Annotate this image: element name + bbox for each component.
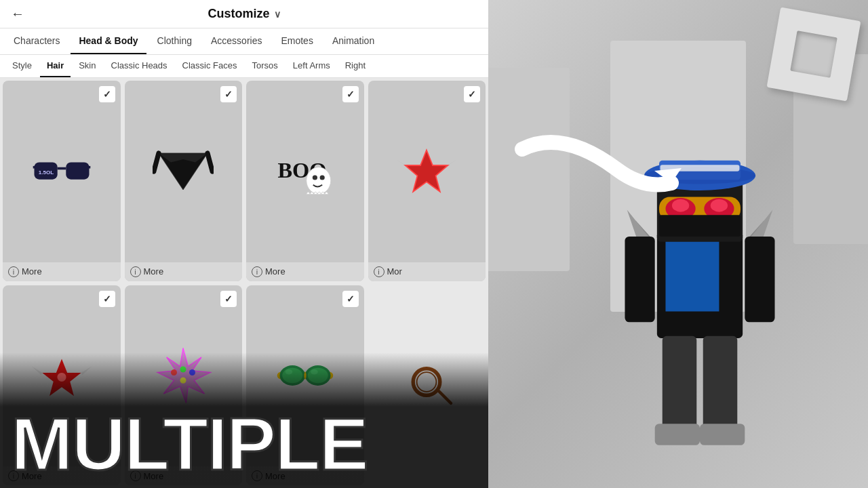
info-icon: i	[252, 266, 262, 277]
list-item[interactable]: ✓ i More	[125, 81, 243, 281]
item-more-bar[interactable]: i More	[246, 262, 364, 281]
customize-title: Customize ∨	[208, 7, 280, 21]
nav-tab-emotes[interactable]: Emotes	[273, 28, 321, 54]
bottom-text-area: MULTIPLE	[0, 352, 488, 488]
item-image: ✓	[368, 81, 486, 262]
svg-rect-55	[625, 237, 654, 322]
checkmark-icon: ✓	[220, 291, 237, 307]
info-icon: i	[374, 266, 384, 277]
nav-tab-animation[interactable]: Animation	[324, 28, 382, 54]
sub-tab-torsos[interactable]: Torsos	[245, 55, 285, 77]
nav-tabs: Characters Head & Body Clothing Accessor…	[0, 28, 488, 55]
checkmark-icon: ✓	[220, 86, 237, 102]
item-image: ✓	[125, 81, 243, 262]
more-label: More	[265, 266, 285, 277]
top-bar: ← Customize ∨	[0, 0, 488, 28]
sub-tab-classic-faces[interactable]: Classic Faces	[176, 55, 244, 77]
nav-tab-characters[interactable]: Characters	[5, 28, 68, 54]
more-label: More	[144, 266, 164, 277]
svg-rect-1	[66, 162, 89, 179]
svg-rect-56	[745, 237, 774, 322]
multiple-text: MULTIPLE	[11, 407, 368, 481]
sub-tab-left-arms[interactable]: Left Arms	[286, 55, 337, 77]
svg-point-49	[711, 199, 728, 212]
more-label: Mor	[387, 266, 402, 277]
info-icon: i	[130, 266, 141, 277]
svg-rect-3	[33, 166, 35, 169]
svg-line-8	[154, 153, 159, 171]
nav-tab-head-body[interactable]: Head & Body	[71, 28, 146, 54]
svg-point-11	[307, 167, 331, 194]
svg-marker-16	[396, 159, 408, 167]
svg-rect-4	[87, 166, 90, 169]
list-item[interactable]: ✓ BOO i More	[246, 81, 364, 281]
item-image: ✓ BOO	[246, 81, 364, 262]
sub-tab-skin[interactable]: Skin	[72, 55, 102, 77]
svg-marker-17	[445, 159, 457, 167]
sub-tab-right[interactable]: Right	[338, 55, 372, 77]
svg-rect-59	[655, 424, 700, 445]
more-label: More	[22, 266, 42, 277]
left-panel: ← Customize ∨ Characters Head & Body Clo…	[0, 0, 488, 488]
roblox-logo-inner	[790, 30, 837, 78]
checkmark-icon: ✓	[342, 291, 359, 307]
chevron-down-icon: ∨	[274, 9, 281, 20]
nav-tab-clothing[interactable]: Clothing	[149, 28, 200, 54]
item-more-bar[interactable]: i Mor	[368, 262, 486, 281]
checkmark-icon: ✓	[464, 86, 480, 102]
checkmark-icon: ✓	[342, 86, 359, 102]
checkmark-icon: ✓	[99, 291, 115, 307]
sub-tabs: Style Hair Skin Classic Heads Classic Fa…	[0, 55, 488, 78]
svg-rect-60	[700, 424, 745, 445]
svg-line-9	[208, 153, 212, 171]
list-item[interactable]: ✓ 1.5OL i More	[3, 81, 121, 281]
svg-point-13	[319, 175, 324, 180]
svg-rect-58	[703, 336, 738, 432]
sub-tab-style[interactable]: Style	[5, 55, 39, 77]
item-image: ✓ 1.5OL	[3, 81, 121, 262]
sub-tab-hair[interactable]: Hair	[40, 55, 71, 77]
right-panel	[488, 0, 868, 488]
bandana-image	[153, 141, 214, 202]
svg-rect-57	[663, 336, 697, 432]
sub-tab-classic-heads[interactable]: Classic Heads	[104, 55, 174, 77]
list-item[interactable]: ✓ i Mor	[368, 81, 486, 281]
info-icon: i	[8, 266, 19, 277]
svg-rect-2	[57, 167, 66, 169]
item-more-bar[interactable]: i More	[125, 262, 243, 281]
item-more-bar[interactable]: i More	[3, 262, 121, 281]
title-text: Customize	[208, 7, 269, 21]
nav-tab-accessories[interactable]: Accessories	[203, 28, 270, 54]
sunglasses-image: 1.5OL	[31, 141, 92, 202]
svg-text:1.5OL: 1.5OL	[39, 169, 54, 175]
svg-point-12	[313, 175, 317, 180]
back-button[interactable]: ←	[11, 6, 24, 22]
arrow-svg	[509, 115, 698, 224]
boo-image: BOO	[275, 141, 336, 202]
star-partial-image	[396, 141, 457, 202]
svg-rect-41	[665, 237, 719, 312]
checkmark-icon: ✓	[99, 86, 115, 102]
